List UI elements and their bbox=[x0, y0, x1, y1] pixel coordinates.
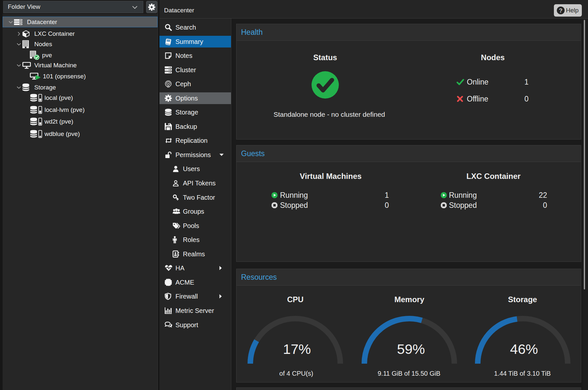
svg-text:?: ? bbox=[559, 7, 563, 14]
